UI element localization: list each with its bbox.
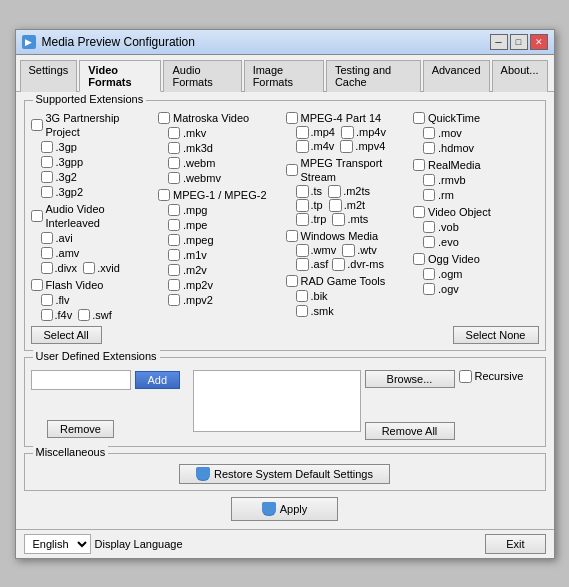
tab-about[interactable]: About... — [492, 60, 548, 92]
cat-wm-checkbox[interactable] — [286, 230, 298, 242]
tab-testing-cache[interactable]: Testing and Cache — [326, 60, 421, 92]
ext-ogm-checkbox[interactable] — [423, 268, 435, 280]
ext-asf-checkbox[interactable] — [296, 258, 309, 271]
ext-flv-checkbox[interactable] — [41, 294, 53, 306]
restore-button[interactable]: Restore System Default Settings — [179, 464, 390, 484]
cat-mp4-checkbox[interactable] — [286, 112, 298, 124]
ext-tp-wrap: .tp — [296, 199, 323, 212]
cat-flash-checkbox[interactable] — [31, 279, 43, 291]
ext-evo-checkbox[interactable] — [423, 236, 435, 248]
ext-mp4v-checkbox[interactable] — [341, 126, 354, 139]
cat-mpeg12-checkbox[interactable] — [158, 189, 170, 201]
cat-vob-checkbox[interactable] — [413, 206, 425, 218]
ext-f4v-swf: .f4v .swf — [31, 308, 157, 322]
ext-ogv-checkbox[interactable] — [423, 283, 435, 295]
cat-qt-checkbox[interactable] — [413, 112, 425, 124]
ext-mpg-checkbox[interactable] — [168, 204, 180, 216]
ext-3gp-checkbox[interactable] — [41, 141, 53, 153]
ext-trp-checkbox[interactable] — [296, 213, 309, 226]
cat-rm-checkbox[interactable] — [413, 159, 425, 171]
ext-mp2v-checkbox[interactable] — [168, 279, 180, 291]
ext-m2v-checkbox[interactable] — [168, 264, 180, 276]
tab-video-formats[interactable]: Video Formats — [79, 60, 161, 92]
tab-image-formats[interactable]: Image Formats — [244, 60, 324, 92]
cat-mp4: MPEG-4 Part 14 — [286, 111, 412, 125]
ext-3gpp-checkbox[interactable] — [41, 156, 53, 168]
ext-xvid-checkbox[interactable] — [83, 262, 95, 274]
ext-hdmov-checkbox[interactable] — [423, 142, 435, 154]
ext-m2t-checkbox[interactable] — [329, 199, 342, 212]
ext-mpv2-checkbox[interactable] — [168, 294, 180, 306]
tab-advanced[interactable]: Advanced — [423, 60, 490, 92]
cat-ogg-checkbox[interactable] — [413, 253, 425, 265]
ext-rm-checkbox[interactable] — [423, 189, 435, 201]
minimize-button[interactable]: ─ — [490, 34, 508, 50]
ext-swf-checkbox[interactable] — [78, 309, 90, 321]
ext-amv-checkbox[interactable] — [41, 247, 53, 259]
ext-mkv-checkbox[interactable] — [168, 127, 180, 139]
apply-button[interactable]: Apply — [231, 497, 339, 521]
ext-mk3d-checkbox[interactable] — [168, 142, 180, 154]
language-select[interactable]: English — [24, 534, 91, 554]
ext-mts-checkbox[interactable] — [332, 213, 345, 226]
ext-3gp2-checkbox[interactable] — [41, 186, 53, 198]
ext-avi-checkbox[interactable] — [41, 232, 53, 244]
ext-mpv4-checkbox[interactable] — [340, 140, 353, 153]
ext-mpeg-checkbox[interactable] — [168, 234, 180, 246]
ext-mov-checkbox[interactable] — [423, 127, 435, 139]
remove-all-button[interactable]: Remove All — [365, 422, 455, 440]
ext-bik-checkbox[interactable] — [296, 290, 308, 302]
ext-mp4v-wrap: .mp4v — [341, 126, 386, 139]
recursive-checkbox[interactable] — [459, 370, 472, 383]
ext-wtv-checkbox[interactable] — [342, 244, 355, 257]
ext-vob-checkbox[interactable] — [423, 221, 435, 233]
ext-mpv4-wrap: .mpv4 — [340, 140, 385, 153]
close-button[interactable]: ✕ — [530, 34, 548, 50]
ext-divx-checkbox[interactable] — [41, 262, 53, 274]
ext-tp-row: .tp .m2t — [286, 199, 412, 212]
extension-input[interactable] — [31, 370, 131, 390]
ext-col1: 3G Partnership Project .3gp .3gpp .3g2 — [31, 111, 157, 322]
ext-wmv-checkbox[interactable] — [296, 244, 309, 257]
select-none-button[interactable]: Select None — [453, 326, 539, 344]
ext-rmvb-checkbox[interactable] — [423, 174, 435, 186]
ext-3gp2-label: .3gp2 — [56, 185, 84, 199]
ext-tp-checkbox[interactable] — [296, 199, 309, 212]
ext-dvrms-checkbox[interactable] — [332, 258, 345, 271]
ext-rm: .rm — [413, 188, 539, 202]
ext-m1v-checkbox[interactable] — [168, 249, 180, 261]
maximize-button[interactable]: □ — [510, 34, 528, 50]
ext-mp2v: .mp2v — [158, 278, 284, 292]
extension-list[interactable] — [193, 370, 361, 432]
ext-ts-row: .ts .m2ts — [286, 185, 412, 198]
ext-asf-wrap: .asf — [296, 258, 329, 271]
ext-webmv-label: .webmv — [183, 171, 221, 185]
cat-avi-checkbox[interactable] — [31, 210, 43, 222]
cat-mkv-checkbox[interactable] — [158, 112, 170, 124]
ext-3g2-checkbox[interactable] — [41, 171, 53, 183]
tab-settings[interactable]: Settings — [20, 60, 78, 92]
ext-mts-label: .mts — [347, 213, 368, 225]
cat-3gp-checkbox[interactable] — [31, 119, 43, 131]
ext-mk3d-label: .mk3d — [183, 141, 213, 155]
ext-webmv-checkbox[interactable] — [168, 172, 180, 184]
browse-button[interactable]: Browse... — [365, 370, 455, 388]
ext-m4v-checkbox[interactable] — [296, 140, 309, 153]
ext-amv: .amv — [31, 246, 157, 260]
ext-m2ts-checkbox[interactable] — [328, 185, 341, 198]
cat-rad-checkbox[interactable] — [286, 275, 298, 287]
select-all-button[interactable]: Select All — [31, 326, 102, 344]
ext-ts-checkbox[interactable] — [296, 185, 309, 198]
ext-swf-wrap: .swf — [78, 308, 112, 322]
ext-f4v-wrap: .f4v — [41, 308, 73, 322]
exit-button[interactable]: Exit — [485, 534, 545, 554]
remove-button[interactable]: Remove — [47, 420, 114, 438]
ext-f4v-checkbox[interactable] — [41, 309, 53, 321]
ext-smk-checkbox[interactable] — [296, 305, 308, 317]
ext-webm-checkbox[interactable] — [168, 157, 180, 169]
cat-mpts-checkbox[interactable] — [286, 164, 298, 176]
ext-mp4-checkbox[interactable] — [296, 126, 309, 139]
add-button[interactable]: Add — [135, 371, 181, 389]
ext-mpe-checkbox[interactable] — [168, 219, 180, 231]
tab-audio-formats[interactable]: Audio Formats — [163, 60, 241, 92]
